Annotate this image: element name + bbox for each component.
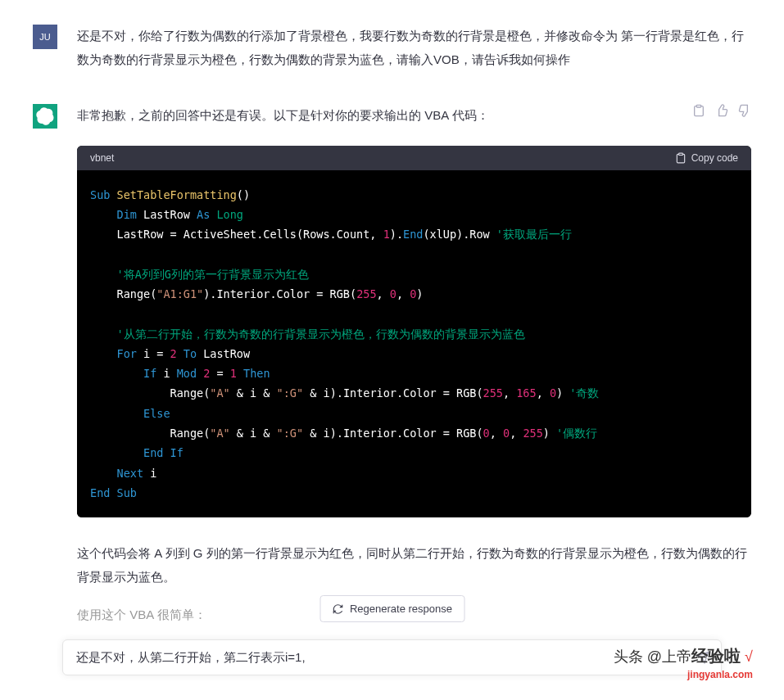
message-actions bbox=[692, 104, 751, 117]
watermark-top: 头条 @上帝经验啦 √ bbox=[614, 645, 753, 667]
ai-intro-text: 非常抱歉，之前的回答中还是有误。以下是针对你的要求输出的 VBA 代码： bbox=[77, 104, 751, 128]
watermark: 头条 @上帝经验啦 √ jingyanla.com bbox=[614, 645, 753, 680]
code-header: vbnet Copy code bbox=[77, 146, 751, 170]
copy-code-button[interactable]: Copy code bbox=[675, 152, 738, 164]
copy-code-label: Copy code bbox=[691, 152, 738, 164]
thumbs-up-icon[interactable] bbox=[715, 104, 728, 117]
watermark-sub: jingyanla.com bbox=[614, 669, 753, 680]
code-block: vbnet Copy code Sub SetTableFormatting()… bbox=[77, 146, 751, 518]
svg-rect-0 bbox=[696, 105, 700, 107]
user-message-content: 还是不对，你给了行数为偶数的行添加了背景橙色，我要行数为奇数的行背景是橙色，并修… bbox=[77, 25, 751, 71]
user-message-row: JU 还是不对，你给了行数为偶数的行添加了背景橙色，我要行数为奇数的行背景是橙色… bbox=[33, 25, 751, 71]
desc-line-1: 这个代码会将 A 列到 G 列的第一行背景显示为红色，同时从第二行开始，行数为奇… bbox=[77, 542, 751, 589]
regenerate-label: Regenerate response bbox=[350, 603, 452, 615]
refresh-icon bbox=[332, 603, 343, 615]
thumbs-down-icon[interactable] bbox=[738, 104, 751, 117]
code-language-label: vbnet bbox=[90, 152, 114, 164]
clipboard-icon[interactable] bbox=[692, 104, 705, 117]
regenerate-button[interactable]: Regenerate response bbox=[319, 595, 465, 622]
copy-icon bbox=[675, 152, 687, 164]
svg-rect-1 bbox=[678, 153, 682, 155]
user-message-text: 还是不对，你给了行数为偶数的行添加了背景橙色，我要行数为奇数的行背景是橙色，并修… bbox=[77, 25, 751, 71]
code-body[interactable]: Sub SetTableFormatting() Dim LastRow As … bbox=[77, 170, 751, 518]
user-avatar: JU bbox=[33, 25, 57, 49]
ai-avatar bbox=[33, 104, 57, 129]
ai-message-content: 非常抱歉，之前的回答中还是有误。以下是针对你的要求输出的 VBA 代码： vbn… bbox=[77, 104, 751, 627]
message-input[interactable] bbox=[76, 651, 680, 665]
ai-message-row: 非常抱歉，之前的回答中还是有误。以下是针对你的要求输出的 VBA 代码： vbn… bbox=[33, 104, 751, 627]
